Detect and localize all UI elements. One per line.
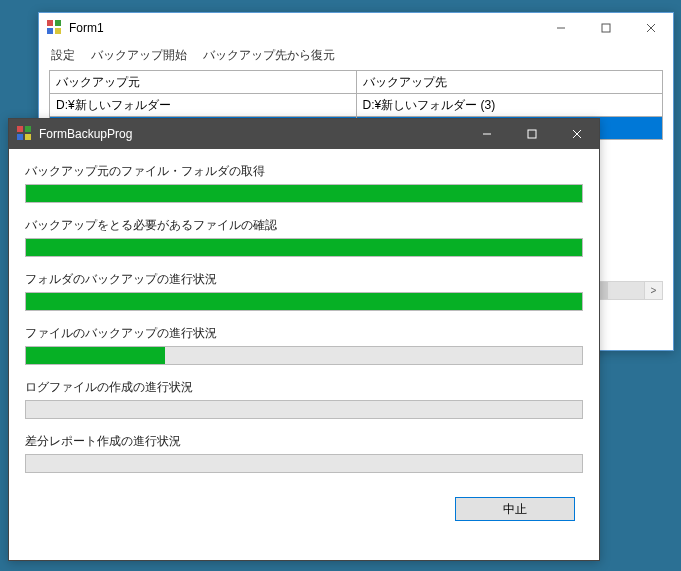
window-title: FormBackupProg [39, 127, 132, 141]
cell-src[interactable]: D:¥新しいフォルダー [50, 94, 357, 117]
svg-rect-1 [602, 24, 610, 32]
col-header-dst[interactable]: バックアップ先 [356, 71, 663, 94]
progress-step: フォルダのバックアップの進行状況 [25, 271, 583, 311]
menubar: 設定 バックアップ開始 バックアップ先から復元 [39, 43, 673, 70]
maximize-button[interactable] [509, 119, 554, 149]
app-icon [47, 20, 63, 36]
progress-fill [26, 185, 582, 202]
cell-dst[interactable]: D:¥新しいフォルダー (3) [356, 94, 663, 117]
window-controls [538, 13, 673, 43]
progress-step: ファイルのバックアップの進行状況 [25, 325, 583, 365]
minimize-button[interactable] [464, 119, 509, 149]
menu-settings[interactable]: 設定 [51, 47, 75, 64]
progress-step: バックアップ元のファイル・フォルダの取得 [25, 163, 583, 203]
progress-fill [26, 347, 165, 364]
minimize-button[interactable] [538, 13, 583, 43]
progress-bar [25, 346, 583, 365]
progress-step: 差分レポート作成の進行状況 [25, 433, 583, 473]
progress-label: バックアップ元のファイル・フォルダの取得 [25, 163, 583, 180]
progress-label: フォルダのバックアップの進行状況 [25, 271, 583, 288]
progress-bar [25, 400, 583, 419]
progress-bar [25, 184, 583, 203]
progress-fill [26, 293, 582, 310]
progress-label: 差分レポート作成の進行状況 [25, 433, 583, 450]
scroll-right-button[interactable]: > [644, 282, 662, 299]
progress-bar [25, 238, 583, 257]
titlebar[interactable]: Form1 [39, 13, 673, 43]
progress-step: バックアップをとる必要があるファイルの確認 [25, 217, 583, 257]
menu-start-backup[interactable]: バックアップ開始 [91, 47, 187, 64]
progress-body: バックアップ元のファイル・フォルダの取得バックアップをとる必要があるファイルの確… [9, 149, 599, 531]
svg-rect-5 [528, 130, 536, 138]
window-title: Form1 [69, 21, 104, 35]
close-button[interactable] [554, 119, 599, 149]
app-icon [17, 126, 33, 142]
progress-label: ログファイルの作成の進行状況 [25, 379, 583, 396]
col-header-src[interactable]: バックアップ元 [50, 71, 357, 94]
progress-label: バックアップをとる必要があるファイルの確認 [25, 217, 583, 234]
maximize-button[interactable] [583, 13, 628, 43]
progress-bar [25, 292, 583, 311]
table-row[interactable]: D:¥新しいフォルダーD:¥新しいフォルダー (3) [50, 94, 663, 117]
progress-step: ログファイルの作成の進行状況 [25, 379, 583, 419]
progress-fill [26, 239, 582, 256]
progress-bar [25, 454, 583, 473]
progress-window: FormBackupProg バックアップ元のファイル・フォルダの取得バックアッ… [8, 118, 600, 561]
menu-restore[interactable]: バックアップ先から復元 [203, 47, 335, 64]
progress-label: ファイルのバックアップの進行状況 [25, 325, 583, 342]
close-button[interactable] [628, 13, 673, 43]
cancel-button[interactable]: 中止 [455, 497, 575, 521]
window-controls [464, 119, 599, 149]
titlebar[interactable]: FormBackupProg [9, 119, 599, 149]
